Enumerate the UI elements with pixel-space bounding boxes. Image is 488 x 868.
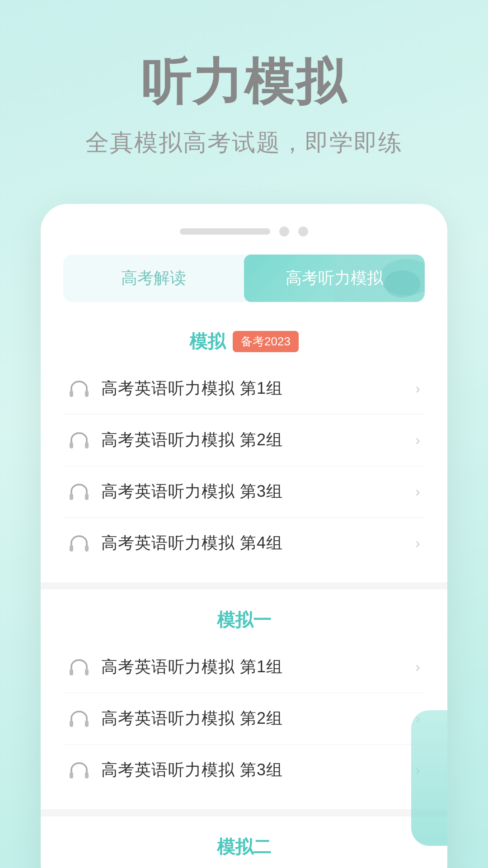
page-header: 听力模拟 全真模拟高考试题，即学即练 [0, 0, 488, 186]
headphone-icon-6 [68, 709, 90, 729]
headphone-icon-4 [68, 533, 90, 553]
item-text-moni1-2: 高考英语听力模拟 第2组 [101, 708, 411, 730]
tab-gaokao-jiedu[interactable]: 高考解读 [63, 255, 244, 302]
item-text-moni-4: 高考英语听力模拟 第4组 [101, 532, 411, 554]
section-divider-1 [41, 582, 447, 590]
svg-rect-6 [70, 545, 73, 552]
headphone-icon-1 [68, 379, 90, 399]
svg-rect-2 [70, 442, 73, 448]
svg-rect-11 [85, 721, 89, 727]
phone-top-bar [41, 226, 447, 236]
list-item-moni-4[interactable]: 高考英语听力模拟 第4组 › [63, 518, 425, 569]
svg-rect-5 [85, 494, 89, 500]
phone-mockup: 高考解读 高考听力模拟 模拟 备考2023 高考英语听力模拟 第 [41, 204, 447, 868]
item-text-moni-2: 高考英语听力模拟 第2组 [101, 429, 411, 451]
list-item-moni-1[interactable]: 高考英语听力模拟 第1组 › [63, 363, 425, 415]
item-text-moni-1: 高考英语听力模拟 第1组 [101, 377, 411, 400]
chevron-icon-4: › [415, 535, 420, 552]
svg-rect-10 [70, 721, 73, 727]
item-text-moni1-3: 高考英语听力模拟 第3组 [101, 759, 411, 781]
svg-rect-8 [70, 669, 73, 675]
list-item-moni1-2[interactable]: 高考英语听力模拟 第2组 › [63, 693, 425, 745]
svg-rect-13 [85, 772, 89, 778]
phone-dot-1 [279, 226, 289, 236]
list-item-moni1-3[interactable]: 高考英语听力模拟 第3组 › [63, 745, 425, 796]
chevron-icon-5: › [415, 659, 420, 675]
section-moni2-header: 模拟二 [41, 821, 447, 864]
section-moni1-list: 高考英语听力模拟 第1组 › 高考英语听力模拟 第2组 › [41, 637, 447, 805]
page-title: 听力模拟 [27, 54, 461, 109]
tab-gaokao-tingli-label: 高考听力模拟 [286, 269, 383, 287]
svg-rect-4 [70, 494, 73, 500]
svg-rect-3 [85, 442, 89, 448]
section-moni-label: 模拟 [189, 329, 225, 354]
item-text-moni-3: 高考英语听力模拟 第3组 [101, 481, 411, 503]
svg-rect-12 [70, 772, 73, 778]
section-moni1-header: 模拟一 [41, 594, 447, 637]
notch-bar [180, 228, 270, 235]
headphone-icon-7 [68, 760, 90, 780]
section-moni-list: 高考英语听力模拟 第1组 › 高考英语听力模拟 第2组 › [41, 359, 447, 578]
svg-rect-1 [85, 391, 89, 397]
badge-beikao2023: 备考2023 [233, 331, 299, 352]
chevron-icon-2: › [415, 432, 420, 448]
svg-rect-7 [85, 545, 89, 552]
wave-shape-2 [384, 270, 420, 297]
phone-dot-2 [298, 226, 308, 236]
tab-gaokao-tingli[interactable]: 高考听力模拟 [244, 255, 425, 302]
headphone-icon-2 [68, 430, 90, 450]
tab-navigation: 高考解读 高考听力模拟 [63, 255, 425, 302]
list-item-moni-3[interactable]: 高考英语听力模拟 第3组 › [63, 466, 425, 518]
tab-gaokao-jiedu-label: 高考解读 [121, 269, 186, 287]
page-subtitle: 全真模拟高考试题，即学即练 [27, 127, 461, 159]
headphone-icon-5 [68, 657, 90, 677]
decorative-wave [411, 710, 447, 846]
list-item-moni-2[interactable]: 高考英语听力模拟 第2组 › [63, 415, 425, 466]
section-moni1-title: 模拟一 [217, 608, 271, 632]
section-moni2-label: 模拟二 [217, 835, 271, 859]
section-divider-2 [41, 809, 447, 816]
section-moni-title: 模拟 备考2023 [189, 329, 299, 354]
svg-rect-9 [85, 669, 89, 675]
item-text-moni1-1: 高考英语听力模拟 第1组 [101, 656, 411, 678]
list-item-moni1-1[interactable]: 高考英语听力模拟 第1组 › [63, 642, 425, 693]
headphone-icon-3 [68, 482, 90, 502]
section-moni2-title: 模拟二 [217, 835, 271, 859]
section-moni1-label: 模拟一 [217, 608, 271, 632]
chevron-icon-1: › [415, 380, 420, 397]
chevron-icon-3: › [415, 483, 420, 500]
section-moni-header: 模拟 备考2023 [41, 316, 447, 359]
svg-rect-0 [70, 391, 73, 397]
